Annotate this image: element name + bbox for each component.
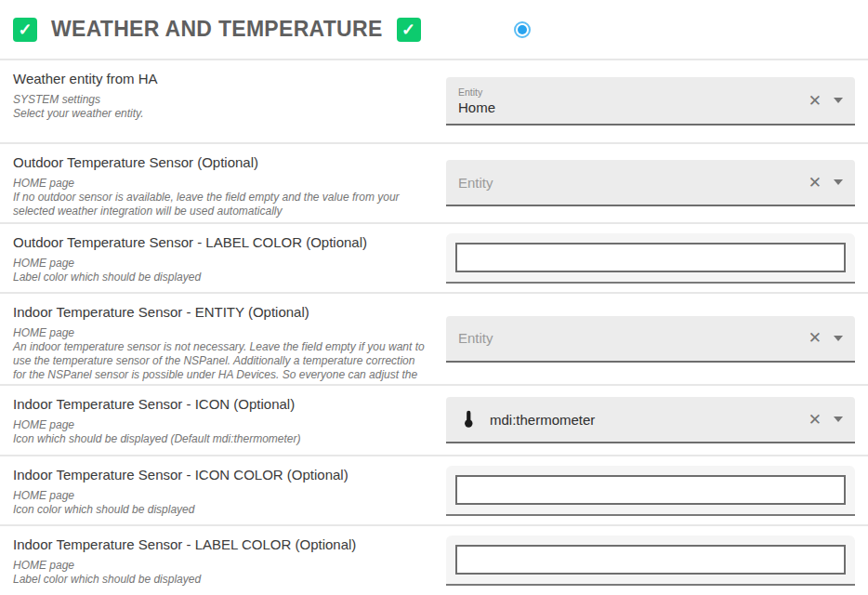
section-radio-button[interactable] (514, 21, 531, 38)
select-placeholder: Entity (458, 330, 493, 346)
setting-row-indoor-icon-color: Indoor Temperature Sensor - ICON COLOR (… (0, 455, 868, 524)
row-subtitle: HOME page (13, 418, 427, 432)
clear-icon[interactable]: ✕ (809, 93, 822, 109)
clear-icon[interactable]: ✕ (809, 175, 822, 191)
row-description: Icon color which should be displayed (13, 503, 427, 517)
chevron-down-icon[interactable] (834, 416, 843, 422)
checkmark-icon: ✓ (18, 21, 32, 38)
select-field-value: mdi:thermometer (490, 412, 595, 428)
setting-row-indoor-label-color: Indoor Temperature Sensor - LABEL COLOR … (0, 524, 868, 595)
row-title: Indoor Temperature Sensor - LABEL COLOR … (13, 536, 427, 552)
indoor-icon-color-field (446, 466, 855, 516)
row-title: Indoor Temperature Sensor - ICON COLOR (… (13, 467, 427, 483)
outdoor-label-color-field (446, 233, 855, 284)
row-title: Indoor Temperature Sensor - ENTITY (Opti… (13, 304, 427, 320)
setting-row-outdoor-label-color: Outdoor Temperature Sensor - LABEL COLOR… (0, 222, 868, 292)
select-placeholder: Entity (458, 175, 493, 191)
outdoor-label-color-input[interactable] (455, 243, 846, 272)
indoor-label-color-field (446, 536, 855, 586)
section-title: WEATHER AND TEMPERATURE (51, 17, 383, 42)
row-description: Label color which should be displayed (13, 573, 427, 587)
row-description: Label color which should be displayed (13, 271, 427, 284)
row-description: If no outdoor sensor is available, leave… (13, 191, 427, 218)
row-description: Select your weather entity. (13, 107, 427, 121)
setting-row-indoor-temp-entity: Indoor Temperature Sensor - ENTITY (Opti… (0, 292, 868, 384)
section-header: ✓ WEATHER AND TEMPERATURE ✓ (0, 0, 868, 59)
chevron-down-icon[interactable] (834, 179, 843, 185)
row-description: Icon which should be displayed (Default … (13, 432, 427, 446)
weather-entity-select[interactable]: Entity Home ✕ (446, 77, 855, 126)
thermometer-icon (458, 409, 479, 430)
select-field-label: Entity (458, 86, 495, 98)
checkmark-icon: ✓ (401, 21, 415, 38)
row-subtitle: HOME page (13, 177, 427, 191)
setting-row-weather-entity: Weather entity from HA SYSTEM settings S… (0, 59, 868, 142)
settings-page: ✓ WEATHER AND TEMPERATURE ✓ Weather enti… (0, 0, 868, 595)
row-title: Outdoor Temperature Sensor (Optional) (13, 154, 427, 170)
row-subtitle: SYSTEM settings (13, 93, 427, 107)
indoor-label-color-input[interactable] (455, 545, 846, 575)
row-title: Indoor Temperature Sensor - ICON (Option… (13, 396, 427, 412)
chevron-down-icon[interactable] (834, 98, 843, 103)
row-title: Weather entity from HA (13, 71, 427, 86)
indoor-temp-entity-select[interactable]: Entity ✕ (446, 316, 855, 363)
row-subtitle: HOME page (13, 489, 427, 503)
row-subtitle: HOME page (13, 559, 427, 573)
clear-icon[interactable]: ✕ (809, 412, 822, 428)
chevron-down-icon[interactable] (834, 336, 843, 341)
section-enable-checkbox[interactable]: ✓ (13, 18, 37, 42)
setting-row-outdoor-temp-entity: Outdoor Temperature Sensor (Optional) HO… (0, 142, 868, 222)
indoor-icon-color-input[interactable] (455, 475, 846, 505)
select-field-value: Home (458, 99, 495, 115)
row-title: Outdoor Temperature Sensor - LABEL COLOR… (13, 234, 427, 250)
row-subtitle: HOME page (13, 326, 427, 340)
setting-row-indoor-icon: Indoor Temperature Sensor - ICON (Option… (0, 384, 868, 455)
row-subtitle: HOME page (13, 257, 427, 271)
clear-icon[interactable]: ✕ (809, 330, 822, 346)
section-secondary-checkbox[interactable]: ✓ (397, 18, 421, 42)
outdoor-temp-entity-select[interactable]: Entity ✕ (446, 160, 855, 206)
radio-dot-icon (518, 25, 527, 34)
indoor-icon-select[interactable]: mdi:thermometer ✕ (446, 397, 855, 443)
